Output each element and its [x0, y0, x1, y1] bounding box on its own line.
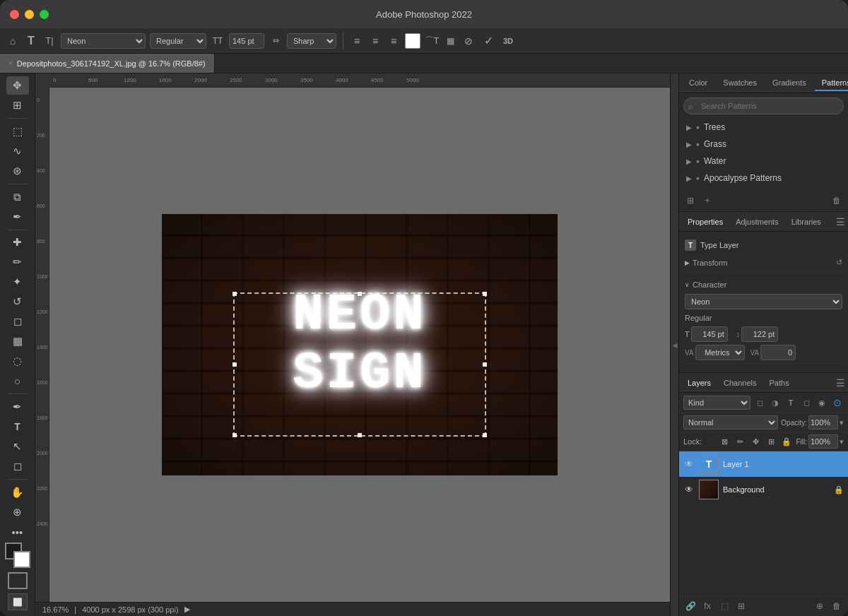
pattern-group-trees[interactable]: ▶ ▪ Trees: [683, 119, 844, 136]
lock-artboard-btn[interactable]: ⊞: [765, 435, 777, 448]
tab-libraries[interactable]: Libraries: [786, 215, 827, 229]
eyedropper-tool[interactable]: ✒: [6, 208, 29, 226]
new-pattern-btn[interactable]: +: [700, 194, 714, 208]
delete-layer-btn[interactable]: 🗑: [830, 599, 844, 613]
text-color-swatch[interactable]: [405, 33, 420, 49]
char-kerning-input[interactable]: [760, 345, 796, 360]
clone-stamp-tool[interactable]: ✦: [6, 273, 29, 291]
lasso-tool[interactable]: ∿: [6, 142, 29, 160]
window-controls[interactable]: [10, 10, 49, 19]
tab-swatches[interactable]: Swatches: [716, 76, 764, 91]
filter-shape-btn[interactable]: ◻: [800, 396, 813, 409]
hand-tool[interactable]: ✋: [6, 483, 29, 502]
transform-title[interactable]: ▶ Transform ↺: [685, 256, 842, 269]
opacity-chevron[interactable]: ▾: [840, 418, 844, 427]
add-mask-btn[interactable]: ⬚: [717, 599, 731, 613]
anti-alias-select[interactable]: Sharp: [287, 33, 336, 49]
type-tool-icon[interactable]: T: [24, 34, 38, 48]
char-font-select[interactable]: Neon: [685, 294, 842, 309]
blend-mode-select[interactable]: Normal: [683, 415, 778, 430]
cancel-transform-icon[interactable]: ⊘: [461, 34, 476, 48]
tab-color[interactable]: Color: [682, 76, 714, 91]
align-center-icon[interactable]: ≡: [368, 34, 382, 48]
font-select[interactable]: Neon: [61, 33, 146, 49]
threed-button[interactable]: 3D: [501, 34, 515, 48]
background-color[interactable]: [13, 551, 30, 568]
tab-paths[interactable]: Paths: [764, 376, 795, 390]
healing-tool[interactable]: ✚: [6, 233, 29, 251]
layer-item-background[interactable]: 👁 Background 🔒: [679, 477, 848, 502]
blur-tool[interactable]: ◌: [6, 352, 29, 370]
path-select-tool[interactable]: ↖: [6, 437, 29, 456]
history-brush-tool[interactable]: ↺: [6, 292, 29, 311]
lock-image-btn[interactable]: ✏: [734, 435, 746, 448]
quick-mask-btn[interactable]: [8, 572, 28, 589]
panel-collapse-button[interactable]: ◀: [670, 73, 678, 616]
warp-icon[interactable]: ⌒T: [425, 34, 439, 48]
tab-patterns[interactable]: Patterns: [815, 76, 848, 91]
layer-filter-select[interactable]: Kind: [683, 396, 750, 410]
style-select[interactable]: Regular: [150, 33, 206, 49]
layer1-visibility-btn[interactable]: 👁: [683, 458, 695, 470]
brush-tool[interactable]: ✏: [6, 253, 29, 271]
new-folder-btn[interactable]: ⊞: [683, 194, 697, 208]
marquee-tool[interactable]: ⬚: [6, 122, 29, 141]
lock-position-btn[interactable]: ✥: [749, 435, 762, 448]
properties-menu-icon[interactable]: ☰: [836, 216, 845, 227]
tab-channels[interactable]: Channels: [718, 376, 762, 390]
tracking-select[interactable]: Metrics: [695, 345, 745, 360]
options-icon[interactable]: ▦: [443, 34, 457, 48]
fill-chevron[interactable]: ▾: [840, 437, 844, 446]
quick-select-tool[interactable]: ⊛: [6, 162, 29, 180]
maximize-button[interactable]: [40, 10, 49, 19]
new-group-btn[interactable]: ⊞: [734, 599, 748, 613]
more-tools[interactable]: •••: [6, 523, 29, 541]
type-mask-icon[interactable]: T|: [42, 34, 57, 48]
background-visibility-btn[interactable]: 👁: [683, 484, 695, 495]
gradient-tool[interactable]: ▦: [6, 332, 29, 350]
align-left-icon[interactable]: ≡: [350, 34, 364, 48]
layer-item-layer1[interactable]: 👁 T Layer 1: [679, 451, 848, 477]
layers-menu-icon[interactable]: ☰: [836, 377, 845, 389]
lock-transparent-btn[interactable]: ⊠: [718, 435, 731, 448]
align-right-icon[interactable]: ≡: [387, 34, 401, 48]
add-style-btn[interactable]: fx: [700, 599, 714, 613]
eraser-tool[interactable]: ◻: [6, 312, 29, 331]
new-layer-btn[interactable]: ⊕: [813, 599, 827, 613]
delete-pattern-btn[interactable]: 🗑: [830, 194, 844, 208]
transform-reset[interactable]: ↺: [836, 258, 842, 267]
crop-tool[interactable]: ⧉: [6, 188, 29, 206]
filter-type-btn[interactable]: T: [784, 396, 797, 409]
filter-toggle-btn[interactable]: ⊙: [831, 396, 844, 409]
char-size-input[interactable]: [691, 326, 728, 342]
close-button[interactable]: [10, 10, 19, 19]
move-tool[interactable]: ✥: [6, 76, 29, 95]
lock-all-btn[interactable]: 🔒: [780, 435, 793, 448]
patterns-search-input[interactable]: [683, 97, 844, 114]
type-tool[interactable]: T: [6, 417, 29, 436]
tab-properties[interactable]: Properties: [682, 215, 729, 229]
filter-adjust-btn[interactable]: ◑: [769, 396, 782, 409]
font-size-input[interactable]: [229, 33, 264, 49]
document-tab[interactable]: × Depositphotos_306174192_XL.jpg @ 16.7%…: [0, 54, 215, 73]
minimize-button[interactable]: [25, 10, 34, 19]
zoom-tool[interactable]: ⊕: [6, 503, 29, 521]
tab-close-icon[interactable]: ×: [8, 59, 13, 67]
tab-adjustments[interactable]: Adjustments: [730, 215, 784, 229]
character-title[interactable]: ∨ Character: [685, 278, 842, 291]
shape-tool[interactable]: ◻: [6, 457, 29, 475]
color-swatches[interactable]: [5, 543, 30, 568]
pattern-group-grass[interactable]: ▶ ▪ Grass: [683, 136, 844, 153]
tab-gradients[interactable]: Gradients: [765, 76, 813, 91]
home-icon[interactable]: ⌂: [6, 34, 20, 48]
pattern-group-apocalypse[interactable]: ▶ ▪ Apocalypse Patterns: [683, 170, 844, 186]
char-leading-input[interactable]: [741, 326, 778, 342]
dodge-tool[interactable]: ○: [6, 372, 29, 390]
filter-smart-btn[interactable]: ◉: [815, 396, 828, 409]
link-layers-btn[interactable]: 🔗: [683, 599, 697, 613]
fill-input[interactable]: [808, 434, 838, 449]
artboard-tool[interactable]: ⊞: [6, 96, 29, 114]
screen-mode-btn[interactable]: ⬜: [8, 593, 28, 610]
commit-button[interactable]: ✓: [480, 32, 497, 49]
pen-tool[interactable]: ✒: [6, 398, 29, 416]
